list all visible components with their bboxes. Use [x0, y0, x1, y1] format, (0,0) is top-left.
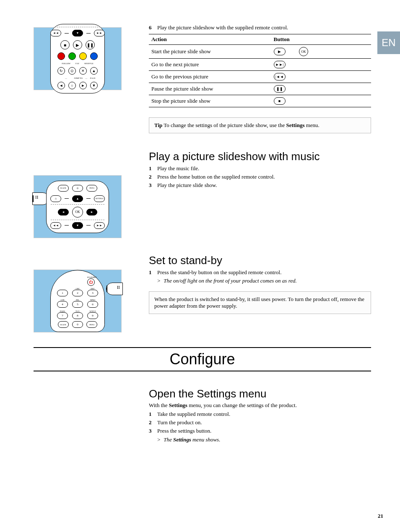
- yellow-button-icon: [79, 52, 87, 60]
- nav-right-icon: ►: [86, 209, 97, 215]
- intro-before: With the: [149, 402, 169, 408]
- key-5-icon: 5: [72, 301, 83, 308]
- button-cell: ►►|: [271, 59, 371, 71]
- next-icon: ►►: [94, 30, 105, 36]
- button-cell: |◄◄: [271, 71, 371, 83]
- pause-icon: ❚❚: [86, 40, 95, 49]
- key-back-icon: BACK: [58, 321, 69, 328]
- key-0-icon: 0: [72, 321, 83, 328]
- step-number: 1: [149, 165, 157, 172]
- section-title-standby: Set to stand-by: [149, 254, 371, 267]
- down-btn-icon: ▼: [90, 82, 98, 89]
- shuffle-btn-icon: ✕: [79, 67, 87, 75]
- home-btn-icon: ⌂: [50, 195, 61, 202]
- standby-btn-icon: ⏻: [87, 278, 95, 286]
- down-icon: ▼: [72, 30, 83, 36]
- intro-after: menu, you can change the settings of the…: [187, 402, 297, 408]
- abc-label: ABC: [72, 288, 83, 290]
- follow-btn-icon: ↻: [57, 67, 65, 75]
- step-text: Press the settings button.: [157, 427, 371, 435]
- table-row: Go to the next picture ►►|: [149, 59, 371, 71]
- jumpto-label: JUMP TO: [74, 77, 83, 79]
- jkl-label: JKL: [72, 299, 83, 301]
- key-info-icon: INFO: [86, 321, 97, 328]
- intro-bold: Settings: [169, 402, 187, 408]
- result-text: The on/off light on the front of your pr…: [164, 277, 296, 285]
- step-text: Play the picture slide show.: [157, 182, 371, 189]
- play-icon: ▶: [274, 48, 286, 55]
- green-button-icon: [68, 52, 76, 60]
- ok-btn-icon: OK: [72, 207, 83, 218]
- key-7-icon: 7: [57, 312, 68, 319]
- shuffle-label: SHUFFLE: [84, 62, 94, 65]
- table-row: Start the picture slide show ▶ OK: [149, 45, 371, 59]
- result-text: The Settings menu shows.: [164, 436, 220, 444]
- button-cell: ▶ OK: [271, 45, 371, 59]
- red-button-icon: [57, 52, 65, 60]
- key-2-icon: 2: [72, 290, 83, 296]
- key-9-icon: 9: [87, 312, 98, 319]
- table-row: Pause the picture slide show ❚❚: [149, 83, 371, 95]
- tip-bold: Settings: [286, 122, 304, 128]
- step-text: Take the supplied remote control.: [157, 410, 371, 418]
- ghi-label: GHI: [57, 299, 68, 301]
- tuv-label: TUV: [72, 310, 83, 312]
- wxyz-label: WXYZ: [87, 310, 98, 312]
- tip-text-after: menu.: [304, 122, 319, 128]
- key-6-icon: 6: [87, 301, 98, 308]
- key-8-icon: 8: [72, 312, 83, 319]
- language-tab: EN: [377, 31, 400, 54]
- step-item: 3Press the settings button.: [149, 427, 371, 435]
- def-label: DEF: [87, 288, 98, 290]
- step-number: 3: [149, 427, 157, 435]
- step-text: Press the home button on the supplied re…: [157, 173, 371, 181]
- page-label: PAGE: [90, 77, 96, 79]
- tip-label: Tip: [154, 122, 162, 128]
- button-cell: ❚❚: [271, 83, 371, 95]
- step-text: Turn the product on.: [157, 419, 371, 426]
- step-number: 1: [149, 410, 157, 418]
- step-item: 1Play the music file.: [149, 165, 371, 172]
- step-6: 6 Play the picture slideshow with the su…: [149, 24, 371, 31]
- section-title-settings: Open the Settings menu: [149, 387, 371, 400]
- tip-text-before: To change the settings of the picture sl…: [162, 122, 286, 128]
- mno-label: MNO: [87, 299, 98, 301]
- remote-illustration-3: II STANDBY ⏻ 1 ABC2 DEF3 GHI4 JKL5 MNO6 …: [34, 270, 122, 332]
- fav-label: FAV: [75, 62, 79, 65]
- skip-back-icon: ◄◄: [50, 222, 61, 229]
- step-number: 6: [149, 24, 157, 31]
- settings-btn-icon: SETTINGS: [94, 195, 105, 202]
- step-text: Play the picture slideshow with the supp…: [157, 24, 371, 31]
- follow-label: FOLLOW: [62, 62, 70, 65]
- next-track-icon: ►►|: [274, 61, 286, 68]
- page-number: 21: [378, 513, 383, 519]
- key-3-icon: 3: [87, 290, 98, 296]
- step-number: 2: [149, 173, 157, 181]
- pqrs-label: PQRS: [57, 310, 68, 312]
- zero-btn-icon: 0: [72, 185, 83, 192]
- up-btn-icon: ▲: [90, 67, 98, 75]
- pause-icon: ❚❚: [274, 85, 286, 93]
- fav-btn-icon: ⊙: [68, 67, 76, 75]
- step-item: 1Take the supplied remote control.: [149, 410, 371, 418]
- table-header-button: Button: [271, 34, 371, 45]
- prev-track-icon: |◄◄: [274, 73, 286, 80]
- step-result: >The on/off light on the front of your p…: [157, 277, 371, 285]
- standby-label: STANDBY: [87, 276, 97, 278]
- skip-fwd-icon: ►►: [94, 222, 105, 229]
- button-cell: ■: [271, 95, 371, 107]
- thumb-right-icon: II: [106, 283, 123, 295]
- info-btn-icon: INFO: [86, 185, 97, 192]
- step-item: 2Press the home button on the supplied r…: [149, 173, 371, 181]
- key-4-icon: 4: [57, 301, 68, 308]
- step-item: 2Turn the product on.: [149, 419, 371, 426]
- left-btn-icon: ◄: [57, 82, 65, 89]
- step-text: Play the music file.: [157, 165, 371, 172]
- stop-icon: ■: [60, 40, 70, 49]
- chapter-heading: Configure: [34, 347, 371, 371]
- chapter-title: Configure: [34, 350, 371, 368]
- nav-down-icon: ▼: [72, 222, 83, 229]
- table-row: Go to the previous picture |◄◄: [149, 71, 371, 83]
- step-text: Press the stand-by button on the supplie…: [157, 269, 371, 276]
- remote-illustration-2: II BACK 0 INFO ⌂ ▲ SETTINGS ◄ OK ►: [34, 175, 122, 238]
